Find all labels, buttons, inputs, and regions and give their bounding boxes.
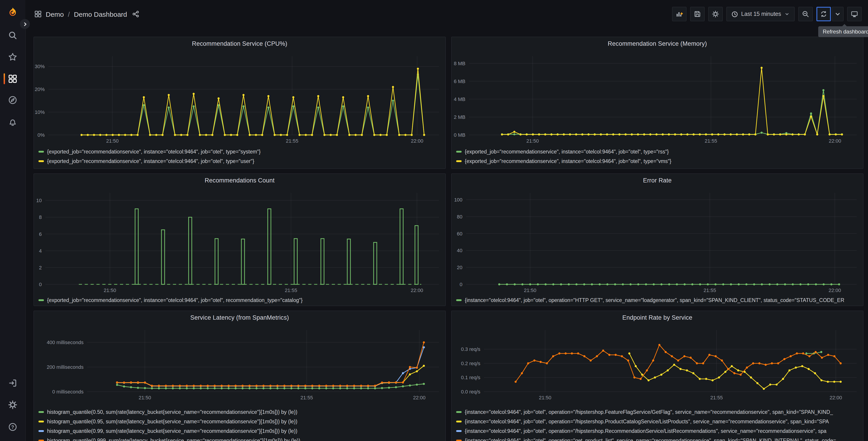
legend-swatch <box>456 439 462 441</box>
svg-text:22:00: 22:00 <box>830 395 842 401</box>
dashboard-settings-button[interactable] <box>708 7 723 21</box>
starred-icon[interactable] <box>8 53 17 62</box>
memory-legend: {exported_job="recommendationservice", i… <box>456 147 861 166</box>
panel-title[interactable]: Endpoint Rate by Service <box>452 311 863 321</box>
svg-text:21:55: 21:55 <box>705 138 717 144</box>
svg-text:21:55: 21:55 <box>710 395 723 401</box>
legend-item[interactable]: {instance="otelcol:9464", job="otel", op… <box>456 407 861 416</box>
svg-text:21:50: 21:50 <box>104 288 116 293</box>
save-dashboard-button[interactable] <box>690 7 705 21</box>
cycle-view-mode-button[interactable] <box>847 7 862 21</box>
sidebar-expand-button[interactable] <box>20 19 30 29</box>
chevron-right-icon <box>22 22 27 27</box>
svg-text:8: 8 <box>39 214 42 220</box>
legend-item[interactable]: {instance="otelcol:9464", job="otel", op… <box>456 295 861 305</box>
refresh-interval-button[interactable] <box>832 7 843 21</box>
legend-item[interactable]: histogram_quantile(0.99, sum(rate(latenc… <box>38 426 443 436</box>
add-panel-button[interactable] <box>672 7 686 21</box>
dashboard-toolbar: Last 15 minutes <box>672 7 862 21</box>
legend-label: histogram_quantile(0.99, sum(rate(latenc… <box>47 428 297 434</box>
svg-text:60: 60 <box>457 231 462 237</box>
error-rate-legend: {instance="otelcol:9464", job="otel", op… <box>456 295 861 305</box>
help-icon[interactable]: ? <box>8 422 17 432</box>
alerting-bell-icon[interactable] <box>8 118 17 127</box>
legend-item[interactable]: histogram_quantile(0.95, sum(rate(latenc… <box>38 416 443 426</box>
server-admin-gear-icon[interactable] <box>8 400 17 409</box>
save-icon <box>694 10 701 18</box>
cpu-chart[interactable]: 0%10%20%30%21:5021:5522:00 <box>34 50 445 146</box>
svg-text:22:00: 22:00 <box>829 138 841 144</box>
legend-item[interactable]: {instance="otelcol:9464", job="otel", op… <box>456 416 861 426</box>
legend-label: histogram_quantile(0.50, sum(rate(latenc… <box>47 409 297 414</box>
svg-text:400 milliseconds: 400 milliseconds <box>47 340 84 345</box>
search-icon[interactable] <box>8 31 17 40</box>
chevron-down-icon <box>784 11 790 17</box>
recommendations-count-legend: {exported_job="recommendationservice", i… <box>38 295 443 305</box>
service-latency-chart[interactable]: 0 milliseconds200 milliseconds400 millis… <box>34 325 445 403</box>
panel-title[interactable]: Recommendation Service (Memory) <box>452 37 863 47</box>
legend-swatch <box>38 151 44 152</box>
legend-swatch <box>38 430 44 432</box>
svg-text:8 MB: 8 MB <box>454 61 465 66</box>
legend-item[interactable]: {exported_job="recommendationservice", i… <box>38 147 443 156</box>
grafana-logo-icon[interactable] <box>6 6 19 19</box>
legend-swatch <box>456 151 462 152</box>
legend-item[interactable]: histogram_quantile(0.999, sum(rate(laten… <box>38 436 443 441</box>
tooltip-arrow <box>842 24 847 27</box>
legend-label: {exported_job="recommendationservice", i… <box>47 149 261 154</box>
legend-swatch <box>456 299 462 301</box>
svg-text:21:50: 21:50 <box>524 288 536 293</box>
legend-label: {exported_job="recommendationservice", i… <box>47 297 303 303</box>
legend-swatch <box>38 439 44 441</box>
panel-title[interactable]: Service Latency (from SpanMetrics) <box>34 311 445 321</box>
grafana-app: ? Demo / Demo Dashboard <box>0 0 868 441</box>
legend-item[interactable]: {exported_job="recommendationservice", i… <box>38 295 443 305</box>
svg-text:0.2 req/s: 0.2 req/s <box>461 361 480 366</box>
legend-swatch <box>38 420 44 422</box>
breadcrumb-parent[interactable]: Demo <box>46 10 64 18</box>
refresh-dashboard-button[interactable] <box>816 7 831 21</box>
svg-text:21:50: 21:50 <box>526 138 539 144</box>
error-rate-chart[interactable]: 02040608010021:5021:5522:00 <box>452 186 863 295</box>
panel-service-latency: Service Latency (from SpanMetrics) 0 mil… <box>33 311 446 441</box>
top-nav: Demo / Demo Dashboard Last 15 minutes <box>25 0 868 28</box>
svg-text:0 milliseconds: 0 milliseconds <box>52 389 84 394</box>
svg-text:0.0 req/s: 0.0 req/s <box>461 389 480 394</box>
svg-text:2 MB: 2 MB <box>454 114 465 120</box>
share-icon[interactable] <box>132 10 140 18</box>
memory-chart[interactable]: 0 MB2 MB4 MB6 MB8 MB21:5021:5522:00 <box>452 50 863 146</box>
legend-swatch <box>38 411 44 413</box>
explore-compass-icon[interactable] <box>8 95 17 105</box>
legend-swatch <box>38 299 44 301</box>
legend-item[interactable]: {exported_job="recommendationservice", i… <box>38 156 443 166</box>
recommendations-count-chart[interactable]: 024681021:5021:5522:00 <box>34 186 445 295</box>
svg-text:4: 4 <box>39 248 42 254</box>
dashboards-icon[interactable] <box>8 74 17 83</box>
svg-text:6: 6 <box>39 231 42 237</box>
legend-item[interactable]: histogram_quantile(0.50, sum(rate(latenc… <box>38 407 443 416</box>
panel-title[interactable]: Error Rate <box>452 174 863 184</box>
panel-endpoint-rate: Endpoint Rate by Service 0.0 req/s0.1 re… <box>451 311 864 441</box>
time-range-picker[interactable]: Last 15 minutes <box>726 7 795 21</box>
legend-item[interactable]: {instance="otelcol:9464", job="otel", op… <box>456 426 861 436</box>
tv-monitor-icon <box>851 10 858 18</box>
svg-text:6 MB: 6 MB <box>454 79 465 84</box>
legend-label: histogram_quantile(0.999, sum(rate(laten… <box>47 438 300 441</box>
legend-item[interactable]: {instance="otelcol:9464", job="otel", op… <box>456 436 861 441</box>
zoom-out-button[interactable] <box>798 7 813 21</box>
service-latency-legend: histogram_quantile(0.50, sum(rate(latenc… <box>38 407 443 441</box>
svg-text:22:00: 22:00 <box>413 395 425 401</box>
legend-label: {instance="otelcol:9464", job="otel", op… <box>465 297 844 303</box>
legend-item[interactable]: {exported_job="recommendationservice", i… <box>456 147 861 156</box>
panel-title[interactable]: Recommendations Count <box>34 174 445 184</box>
cpu-legend: {exported_job="recommendationservice", i… <box>38 147 443 166</box>
svg-text:4 MB: 4 MB <box>454 96 465 102</box>
legend-label: {exported_job="recommendationservice", i… <box>47 158 254 164</box>
svg-text:22:00: 22:00 <box>411 138 423 144</box>
legend-item[interactable]: {exported_job="recommendationservice", i… <box>456 156 861 166</box>
sign-in-icon[interactable] <box>8 379 17 388</box>
panel-title[interactable]: Recommendation Service (CPU%) <box>34 37 445 47</box>
breadcrumb-current: Demo Dashboard <box>74 10 127 18</box>
endpoint-rate-chart[interactable]: 0.0 req/s0.1 req/s0.2 req/s0.3 req/s21:5… <box>452 325 863 403</box>
svg-text:21:55: 21:55 <box>704 288 716 293</box>
